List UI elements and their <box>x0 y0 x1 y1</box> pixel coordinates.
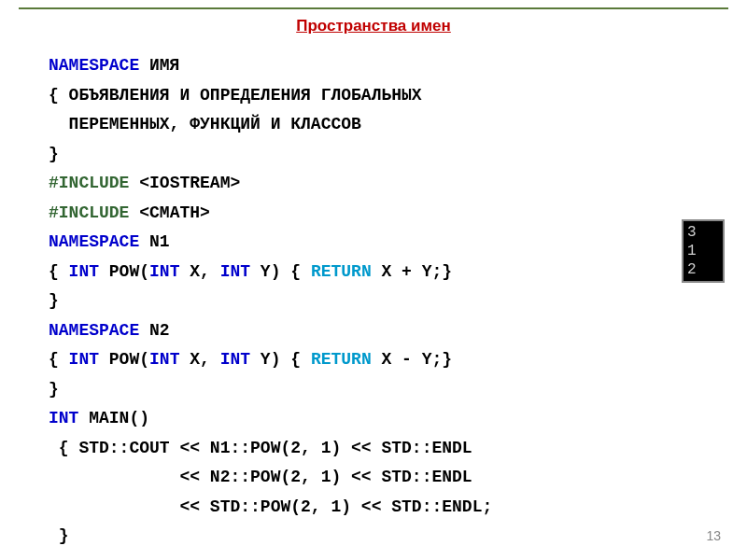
code-text: <IOSTREAM> <box>129 174 240 192</box>
code-line: } <box>49 522 719 552</box>
code-line: } <box>49 287 719 316</box>
code-line: << N2::POW(2, 1) << STD::ENDL <box>49 463 719 493</box>
preprocessor-include: #INCLUDE <box>49 174 129 192</box>
code-text: Y) { <box>250 262 311 281</box>
code-text: X - Y;} <box>372 350 452 369</box>
code-line: } <box>49 375 719 405</box>
keyword-int: INT <box>220 350 250 369</box>
keyword-namespace: NAMESPACE <box>49 56 139 75</box>
code-text: Y) { <box>250 350 311 369</box>
code-line: { INT POW(INT X, INT Y) { RETURN X - Y;} <box>49 345 719 375</box>
keyword-int: INT <box>149 350 179 369</box>
code-text: { <box>49 350 69 369</box>
keyword-return: RETURN <box>311 262 372 281</box>
code-text: X, <box>179 350 219 369</box>
keyword-int: INT <box>69 262 99 281</box>
code-text: POW( <box>99 350 149 369</box>
keyword-int: INT <box>69 350 99 369</box>
code-line: #INCLUDE <CMATH> <box>49 199 719 229</box>
code-text: { <box>49 262 69 281</box>
console-output: 3 1 2 <box>682 219 725 283</box>
code-line: ПЕРЕМЕННЫХ, ФУНКЦИЙ И КЛАССОВ <box>49 110 719 140</box>
decorative-top-line <box>19 7 728 9</box>
code-line: { STD::COUT << N1::POW(2, 1) << STD::END… <box>49 434 719 464</box>
code-line: { INT POW(INT X, INT Y) { RETURN X + Y;} <box>49 258 719 287</box>
code-text: N1 <box>139 232 169 251</box>
code-text: X, <box>179 262 219 281</box>
keyword-int: INT <box>220 262 250 281</box>
preprocessor-include: #INCLUDE <box>49 203 129 222</box>
output-line: 3 <box>687 223 719 242</box>
code-block: NAMESPACE ИМЯ { ОБЪЯВЛЕНИЯ И ОПРЕДЕЛЕНИЯ… <box>49 51 719 552</box>
page-number: 13 <box>706 528 721 543</box>
code-line: NAMESPACE N1 <box>49 228 719 258</box>
code-line: NAMESPACE ИМЯ <box>49 51 719 81</box>
keyword-int: INT <box>49 409 78 427</box>
keyword-return: RETURN <box>311 350 372 369</box>
code-line: INT MAIN() <box>49 404 719 434</box>
code-text: X + Y;} <box>372 262 452 281</box>
output-line: 2 <box>687 260 719 279</box>
code-line: << STD::POW(2, 1) << STD::ENDL; <box>49 493 719 523</box>
code-line: #INCLUDE <IOSTREAM> <box>49 169 719 199</box>
keyword-int: INT <box>149 262 179 281</box>
code-line: NAMESPACE N2 <box>49 316 719 346</box>
code-text: ИМЯ <box>139 56 179 75</box>
code-text: <CMATH> <box>129 203 209 222</box>
keyword-namespace: NAMESPACE <box>49 321 139 340</box>
output-line: 1 <box>687 242 719 260</box>
code-line: { ОБЪЯВЛЕНИЯ И ОПРЕДЕЛЕНИЯ ГЛОБАЛЬНЫХ <box>49 81 719 111</box>
code-line: } <box>49 140 719 170</box>
slide-title: Пространства имен <box>0 17 747 35</box>
code-text: POW( <box>99 262 149 281</box>
keyword-namespace: NAMESPACE <box>49 232 139 251</box>
code-text: N2 <box>139 321 169 340</box>
code-text: MAIN() <box>78 409 149 427</box>
